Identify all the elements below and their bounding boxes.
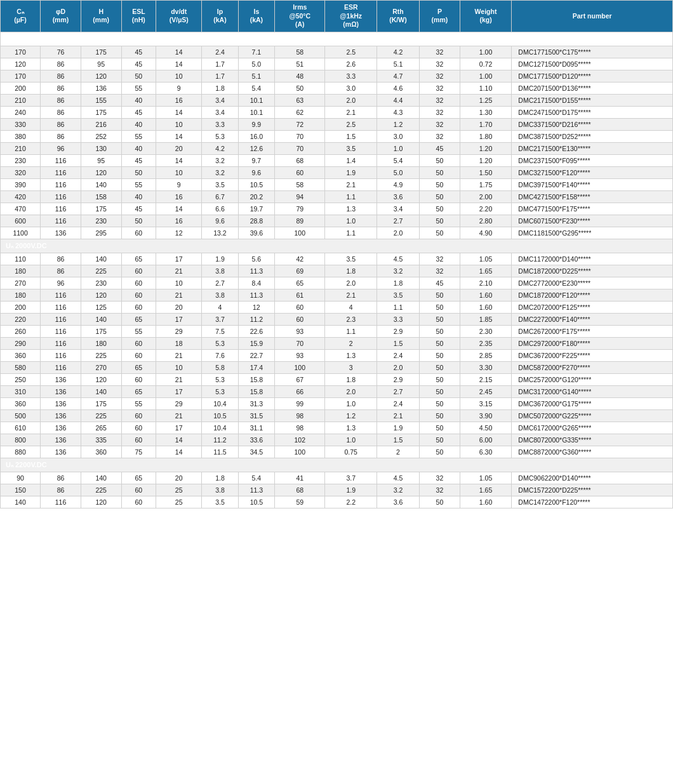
- cell-H: 140: [81, 178, 121, 190]
- cell-dvdt: 17: [156, 253, 202, 265]
- cell-Ip: 1.8: [202, 82, 238, 94]
- cell-Weight: 1.05: [460, 472, 512, 484]
- cell-dvdt: 10: [156, 70, 202, 82]
- cell-Ip: 2.4: [202, 46, 238, 58]
- cell-ESL: 60: [121, 277, 156, 289]
- cell-Is: 39.6: [238, 227, 274, 239]
- cell-Rth: 2.4: [376, 349, 419, 361]
- cell-partNumber: DMC5072000*G225*****: [512, 409, 673, 422]
- cell-Ip: 3.8: [202, 265, 238, 277]
- cell-phiD: 116: [41, 215, 81, 227]
- cell-Weight: 1.60: [460, 496, 512, 508]
- cell-cn: 210: [1, 94, 41, 106]
- cell-H: 216: [81, 118, 121, 130]
- cell-partNumber: DMC4771500*F175*****: [512, 203, 673, 215]
- section-label-2: Uₙ 2200V.DC: [1, 458, 673, 472]
- cell-dvdt: 14: [156, 130, 202, 142]
- cell-H: 120: [81, 289, 121, 301]
- cell-Irms: 58: [275, 46, 325, 58]
- cell-Rth: 3.0: [376, 130, 419, 142]
- cell-H: 295: [81, 227, 121, 239]
- cell-partNumber: DMC1872000*D225*****: [512, 265, 673, 277]
- cell-partNumber: DMC8072000*G335*****: [512, 434, 673, 446]
- cell-Irms: 68: [275, 484, 325, 496]
- cell-ESR: 1.0: [325, 434, 376, 446]
- cell-Ip: 7.6: [202, 349, 238, 361]
- cell-Weight: 1.00: [460, 70, 512, 82]
- cell-partNumber: DMC3271500*F120*****: [512, 166, 673, 178]
- cell-Rth: 4.2: [376, 46, 419, 58]
- cell-cn: 380: [1, 130, 41, 142]
- cell-H: 230: [81, 215, 121, 227]
- cell-cn: 610: [1, 422, 41, 434]
- cell-ESR: 2.0: [325, 385, 376, 397]
- cell-ESR: 2.5: [325, 118, 376, 130]
- cell-dvdt: 17: [156, 385, 202, 397]
- cell-Is: 31.5: [238, 409, 274, 422]
- cell-dvdt: 25: [156, 496, 202, 508]
- cell-dvdt: 18: [156, 337, 202, 349]
- cell-partNumber: DMC1872000*F120*****: [512, 289, 673, 301]
- cell-dvdt: 9: [156, 178, 202, 190]
- cell-Irms: 102: [275, 434, 325, 446]
- cell-H: 136: [81, 82, 121, 94]
- cell-Ip: 3.7: [202, 313, 238, 325]
- cell-ESL: 50: [121, 166, 156, 178]
- cell-Is: 5.4: [238, 82, 274, 94]
- cell-Weight: 0.72: [460, 58, 512, 70]
- cell-Weight: 2.80: [460, 215, 512, 227]
- cell-dvdt: 14: [156, 154, 202, 166]
- cell-Rth: 1.9: [376, 422, 419, 434]
- cell-ESR: 0.75: [325, 446, 376, 458]
- cell-Weight: 1.20: [460, 154, 512, 166]
- cell-partNumber: DMC5872000*F270*****: [512, 361, 673, 373]
- cell-Ip: 11.2: [202, 434, 238, 446]
- cell-partNumber: DMC2272000*F140*****: [512, 313, 673, 325]
- cell-phiD: 86: [41, 70, 81, 82]
- cell-phiD: 116: [41, 203, 81, 215]
- cell-partNumber: DMC1181500*G295*****: [512, 227, 673, 239]
- cell-partNumber: DMC1771500*D120*****: [512, 70, 673, 82]
- cell-cn: 140: [1, 496, 41, 508]
- table-row: 25013612060215.315.8671.82.9502.15DMC257…: [1, 373, 673, 385]
- cell-ESR: 1.9: [325, 484, 376, 496]
- cell-cn: 330: [1, 118, 41, 130]
- cell-P: 32: [420, 106, 460, 118]
- cell-Rth: 3.2: [376, 484, 419, 496]
- cell-H: 95: [81, 58, 121, 70]
- column-header-Weight: Weight(kg): [460, 1, 512, 32]
- cell-ESR: 1.9: [325, 166, 376, 178]
- cell-Irms: 72: [275, 118, 325, 130]
- section-label-1: Uₙ 2000V.DC: [1, 239, 673, 253]
- cell-Irms: 99: [275, 397, 325, 409]
- cell-H: 120: [81, 70, 121, 82]
- cell-Is: 15.9: [238, 337, 274, 349]
- cell-Weight: 2.85: [460, 349, 512, 361]
- cell-Ip: 10.5: [202, 409, 238, 422]
- cell-Is: 11.3: [238, 265, 274, 277]
- cell-ESR: 2.1: [325, 106, 376, 118]
- cell-ESL: 45: [121, 106, 156, 118]
- cell-partNumber: DMC6172000*G265*****: [512, 422, 673, 434]
- cell-ESL: 60: [121, 289, 156, 301]
- cell-H: 225: [81, 349, 121, 361]
- cell-cn: 170: [1, 46, 41, 58]
- cell-ESL: 60: [121, 434, 156, 446]
- cell-cn: 180: [1, 289, 41, 301]
- cell-phiD: 86: [41, 58, 81, 70]
- cell-Rth: 4.9: [376, 178, 419, 190]
- cell-Irms: 89: [275, 215, 325, 227]
- cell-Is: 10.1: [238, 106, 274, 118]
- cell-Ip: 3.8: [202, 289, 238, 301]
- cell-cn: 120: [1, 58, 41, 70]
- cell-ESL: 45: [121, 203, 156, 215]
- cell-Is: 12: [238, 301, 274, 313]
- cell-Irms: 63: [275, 94, 325, 106]
- cell-Ip: 5.8: [202, 361, 238, 373]
- cell-phiD: 136: [41, 373, 81, 385]
- cell-P: 50: [420, 496, 460, 508]
- cell-partNumber: DMC2471500*D175*****: [512, 106, 673, 118]
- cell-Ip: 1.7: [202, 58, 238, 70]
- cell-Ip: 3.4: [202, 94, 238, 106]
- cell-ESR: 3.0: [325, 82, 376, 94]
